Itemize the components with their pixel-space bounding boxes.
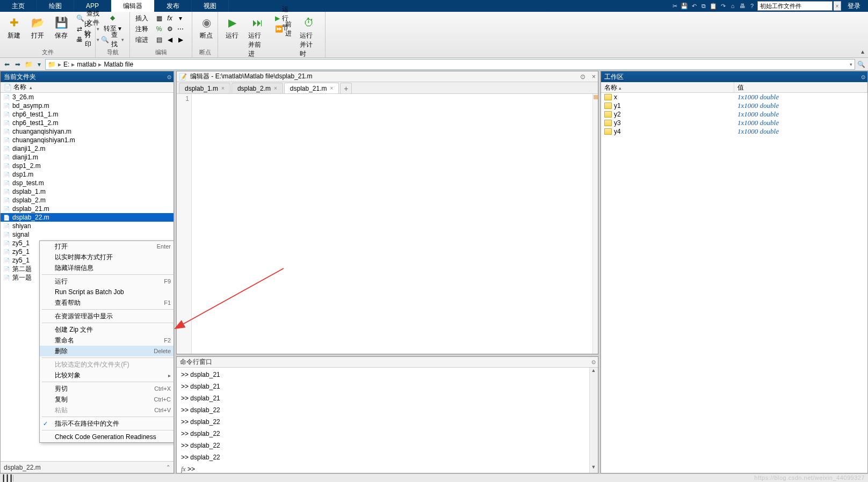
ctx-item[interactable]: 剪切Ctrl+X bbox=[40, 383, 173, 394]
cmd-prompt[interactable]: fx >> bbox=[181, 463, 594, 473]
ctx-item[interactable]: Check Code Generation Readiness bbox=[40, 432, 173, 442]
command-window-body[interactable]: ▲ ▼ >> dsplab_21>> dsplab_21>> dsplab_21… bbox=[177, 368, 598, 473]
nav-up-icon[interactable]: 📁 bbox=[24, 60, 33, 69]
path-input[interactable]: 📁 ▸ E: ▸ matlab ▸ Matlab file ▾ bbox=[45, 59, 855, 70]
panel-menu-icon[interactable]: ⊙ bbox=[861, 74, 865, 80]
find-button[interactable]: 🔍查找 ▾ bbox=[99, 34, 126, 45]
file-item[interactable]: 📄shiyan bbox=[1, 222, 173, 230]
open-button[interactable]: 📂打开 bbox=[27, 13, 48, 42]
save-qa-icon[interactable]: 💾 bbox=[680, 2, 689, 10]
paste-icon[interactable]: 📋 bbox=[709, 2, 718, 10]
tab-publish[interactable]: 发布 bbox=[155, 0, 192, 12]
save-button[interactable]: 💾保存 bbox=[50, 13, 72, 42]
undo-icon[interactable]: ↶ bbox=[690, 2, 698, 10]
editor-tab-3[interactable]: dsplab_21.m× bbox=[284, 83, 339, 93]
ribbon-collapse-icon[interactable]: ▴ bbox=[857, 12, 868, 57]
file-item[interactable]: 📄3_26.m bbox=[1, 93, 173, 101]
redo-icon[interactable]: ↷ bbox=[719, 2, 727, 10]
ctx-item[interactable]: ✓指示不在路径中的文件 bbox=[40, 418, 173, 429]
panel-menu-icon[interactable]: ⊙ bbox=[591, 359, 596, 365]
editor-menu-icon[interactable]: ⊙ bbox=[580, 73, 585, 81]
file-item[interactable]: 📄dsp_test.m bbox=[1, 179, 173, 187]
ctx-item[interactable]: Run Script as Batch Job bbox=[40, 287, 173, 297]
ctx-item[interactable]: 查看帮助F1 bbox=[40, 297, 173, 308]
file-item[interactable]: 📄dianji1_2.m bbox=[1, 144, 173, 153]
ctx-item[interactable]: 复制Ctrl+C bbox=[40, 394, 173, 405]
preview-expand-icon[interactable]: ⌃ bbox=[166, 464, 170, 470]
ws-col-name[interactable]: 名称 ▴ bbox=[601, 82, 734, 92]
nav-back-icon[interactable]: ⬅ bbox=[2, 60, 12, 69]
cmd-scrollbar[interactable]: ▲ ▼ bbox=[589, 368, 598, 473]
indent-button[interactable]: 缩进 bbox=[133, 34, 150, 45]
panel-menu-icon[interactable]: ⊙ bbox=[167, 74, 171, 80]
run-button[interactable]: ▶运行 bbox=[221, 13, 243, 42]
code-warning-icon[interactable] bbox=[594, 95, 598, 99]
breakpoint-button[interactable]: ◉断点 bbox=[196, 13, 217, 42]
editor-body[interactable]: 1 bbox=[177, 94, 598, 354]
ctx-item[interactable]: 在资源管理器中显示 bbox=[40, 311, 173, 322]
file-item[interactable]: 📄dsplab_21.m bbox=[1, 205, 173, 213]
copy-icon[interactable]: ⧉ bbox=[699, 2, 708, 10]
insert-section-icon[interactable]: ▦fx▾ bbox=[153, 13, 187, 24]
ctx-item[interactable]: 打开Enter bbox=[40, 241, 173, 252]
ctx-item[interactable]: 删除Delete bbox=[40, 346, 173, 356]
scroll-down-icon[interactable]: ▼ bbox=[589, 464, 598, 473]
ctx-item[interactable]: 运行F9 bbox=[40, 276, 173, 287]
file-item[interactable]: 📄chp6_test1_1.m bbox=[1, 110, 173, 119]
editor-tab-1[interactable]: dsplab_1.m× bbox=[179, 83, 230, 93]
workspace-body[interactable]: x1x1000 doubley11x1000 doubley21x1000 do… bbox=[601, 93, 867, 473]
ctx-item[interactable]: 重命名F2 bbox=[40, 335, 173, 346]
tab-editor[interactable]: 编辑器 bbox=[111, 0, 155, 12]
file-item[interactable]: 📄chuanganqishiyan.m bbox=[1, 127, 173, 136]
insert-button[interactable]: 插入 bbox=[133, 13, 150, 24]
path-drive[interactable]: E: bbox=[63, 61, 69, 68]
run-time-button[interactable]: ⏱运行并计时 bbox=[296, 13, 322, 61]
ctx-item[interactable]: 以实时脚本方式打开 bbox=[40, 252, 173, 262]
file-item[interactable]: 📄dsp1_2.m bbox=[1, 162, 173, 170]
path-search-icon[interactable]: 🔍 bbox=[856, 60, 866, 69]
path-seg-1[interactable]: matlab bbox=[77, 61, 96, 68]
indent-icons[interactable]: ▤◀▶ bbox=[153, 34, 187, 45]
new-button[interactable]: ✚新建 bbox=[3, 13, 25, 42]
print-qa-icon[interactable]: 🖶 bbox=[738, 2, 747, 10]
close-icon[interactable]: × bbox=[330, 85, 334, 91]
workspace-header[interactable]: 名称 ▴ 值 bbox=[601, 82, 867, 93]
home-qa-icon[interactable]: ⌂ bbox=[728, 2, 737, 10]
comment-button[interactable]: 注释 bbox=[133, 24, 150, 34]
nav-history-icon[interactable]: ▾ bbox=[34, 60, 44, 69]
file-item[interactable]: 📄bd_asymp.m bbox=[1, 101, 173, 110]
ws-row[interactable]: y41x1000 double bbox=[601, 127, 867, 136]
comment-icons[interactable]: %⚙⋯ bbox=[153, 24, 187, 34]
scroll-up-icon[interactable]: ▲ bbox=[589, 368, 598, 376]
editor-close-icon[interactable]: × bbox=[592, 73, 596, 81]
ws-row[interactable]: x1x1000 double bbox=[601, 93, 867, 101]
cut-icon[interactable]: ✂ bbox=[670, 2, 679, 10]
editor-add-tab[interactable]: + bbox=[340, 83, 352, 93]
ws-row[interactable]: y31x1000 double bbox=[601, 119, 867, 127]
close-icon[interactable]: × bbox=[221, 85, 225, 91]
help-icon[interactable]: ? bbox=[748, 2, 756, 10]
file-list[interactable]: 📄3_26.m📄bd_asymp.m📄chp6_test1_1.m📄chp6_t… bbox=[1, 93, 173, 461]
ws-row[interactable]: y11x1000 double bbox=[601, 101, 867, 110]
doc-search-input[interactable] bbox=[757, 1, 833, 11]
file-item[interactable]: 📄chp6_test1_2.m bbox=[1, 119, 173, 127]
ctx-item[interactable]: 隐藏详细信息 bbox=[40, 262, 173, 273]
editor-text-area[interactable] bbox=[192, 94, 592, 354]
editor-tab-2[interactable]: dsplab_2.m× bbox=[232, 83, 283, 93]
run-advance-button[interactable]: ⏭运行并前进 bbox=[245, 13, 271, 61]
tab-view[interactable]: 视图 bbox=[192, 0, 229, 12]
ws-row[interactable]: y21x1000 double bbox=[601, 110, 867, 119]
file-item[interactable]: 📄chuanganqishiyan1.m bbox=[1, 136, 173, 144]
file-item[interactable]: 📄dsplab_2.m bbox=[1, 196, 173, 205]
path-seg-2[interactable]: Matlab file bbox=[104, 61, 133, 68]
tab-home[interactable]: 主页 bbox=[0, 0, 37, 12]
file-item[interactable]: 📄dsplab_22.m bbox=[1, 213, 173, 222]
file-item[interactable]: 📄dianji1.m bbox=[1, 153, 173, 162]
ws-col-value[interactable]: 值 bbox=[734, 82, 867, 92]
file-item[interactable]: 📄signal bbox=[1, 230, 173, 239]
ctx-item[interactable]: 创建 Zip 文件 bbox=[40, 324, 173, 335]
advance-button[interactable]: ⏩前进 bbox=[273, 24, 294, 34]
close-icon[interactable]: × bbox=[274, 85, 277, 91]
file-list-header[interactable]: 📄 名称▴ bbox=[1, 82, 173, 93]
file-item[interactable]: 📄dsplab_1.m bbox=[1, 187, 173, 196]
